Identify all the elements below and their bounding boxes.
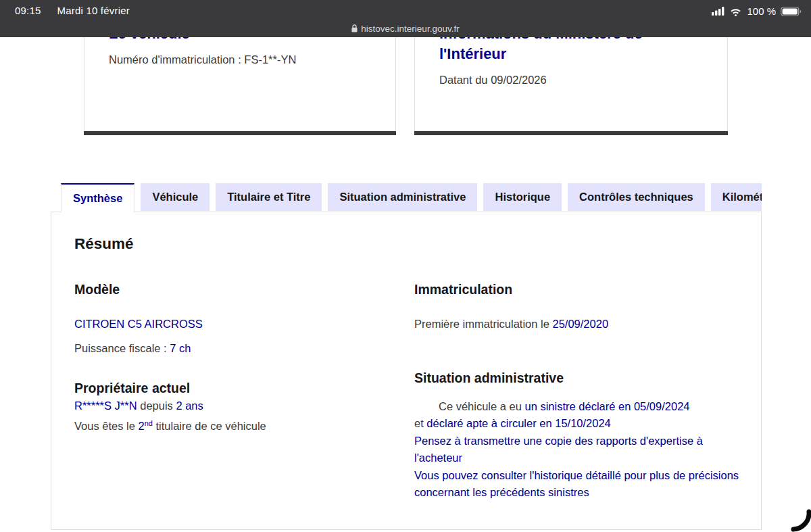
- holder-rank-suffix: nd: [145, 419, 153, 427]
- situation-advice-history: Vous pouvez consulter l'historique détai…: [414, 469, 739, 498]
- situation-fit-to-drive: déclaré apte à circuler en 15/10/2024: [426, 417, 610, 429]
- tab-synthese[interactable]: Synthèse: [61, 183, 134, 212]
- owner-since-value: 2 ans: [176, 400, 203, 412]
- tab-label: Historique: [495, 191, 550, 203]
- owner-heading: Propriétaire actuel: [74, 379, 385, 397]
- fiscal-power: Puissance fiscale : 7 ch: [74, 339, 385, 357]
- first-registration-label: Première immatriculation le: [414, 318, 552, 330]
- cellular-signal-icon: [712, 7, 724, 16]
- registration-heading: Immatriculation: [414, 281, 743, 298]
- tab-label: Kilométrage: [722, 191, 762, 203]
- fiscal-power-label: Puissance fiscale :: [74, 342, 170, 354]
- tab-situation-administrative[interactable]: Situation administrative: [328, 183, 477, 211]
- corner-arc-annotation: [776, 493, 811, 532]
- first-registration-line: Première immatriculation le 25/09/2020: [414, 315, 743, 333]
- battery-icon: [781, 7, 802, 16]
- tab-historique[interactable]: Historique: [483, 183, 562, 211]
- holder-rank: 2: [138, 420, 144, 432]
- tab-kilometrage[interactable]: Kilométrage: [711, 183, 762, 211]
- status-right: 100 %: [712, 5, 802, 17]
- model-heading: Modèle: [74, 281, 385, 298]
- model-name: CITROEN C5 AIRCROSS: [74, 315, 385, 333]
- tab-titulaire-et-titre[interactable]: Titulaire et Titre: [216, 183, 322, 211]
- situation-paragraph: Ce véhicule a eu un sinistre déclaré en …: [414, 398, 743, 501]
- clock: 09:15: [15, 5, 41, 16]
- tab-label: Synthèse: [73, 192, 122, 205]
- tab-controles-techniques[interactable]: Contrôles techniques: [568, 183, 705, 211]
- tab-label: Véhicule: [152, 191, 198, 203]
- situation-line1-prefix: Ce véhicule a eu: [439, 400, 525, 412]
- status-left: 09:15Mardi 10 février: [15, 5, 130, 16]
- fiscal-power-value: 7 ch: [170, 342, 191, 354]
- situation-claim: un sinistre déclaré en 05/09/2024: [525, 400, 690, 412]
- holder-suffix: titulaire de ce véhicule: [153, 420, 266, 432]
- lock-icon: [351, 24, 358, 32]
- tab-bar: Synthèse Véhicule Titulaire et Titre Sit…: [61, 183, 762, 212]
- tab-label: Contrôles techniques: [579, 191, 693, 203]
- left-column: Modèle CITROEN C5 AIRCROSS Puissance fis…: [74, 281, 385, 435]
- wifi-icon: [729, 7, 742, 16]
- tab-vehicule[interactable]: Véhicule: [141, 183, 210, 211]
- owner-name: R*****S J**N: [74, 400, 137, 412]
- holder-line: Vous êtes le 2nd titulaire de ce véhicul…: [74, 414, 385, 435]
- holder-prefix: Vous êtes le: [74, 420, 138, 432]
- ministry-card-date: Datant du 09/02/2026: [439, 72, 703, 87]
- right-column: Immatriculation Première immatriculation…: [414, 281, 743, 501]
- situation-advice-reports: Pensez à transmettre une copie des rappo…: [414, 435, 703, 464]
- status-date: Mardi 10 février: [57, 5, 130, 16]
- card-bottom-bar: [414, 131, 728, 135]
- histovec-page: Le véhicule Numéro d'immatriculation : F…: [0, 0, 811, 532]
- vehicle-registration-number: Numéro d'immatriculation : FS-1**-YN: [109, 52, 371, 67]
- first-registration-date: 25/09/2020: [552, 318, 608, 330]
- status-bar: 09:15Mardi 10 février 100 %: [0, 0, 811, 37]
- battery-percentage: 100 %: [747, 5, 776, 17]
- resume-heading: Résumé: [74, 235, 134, 253]
- tab-label: Titulaire et Titre: [227, 191, 310, 203]
- address-bar[interactable]: histovec.interieur.gouv.fr: [0, 21, 811, 36]
- owner-since-label: depuis: [137, 400, 176, 412]
- tab-label: Situation administrative: [339, 191, 466, 203]
- url-text: histovec.interieur.gouv.fr: [361, 24, 459, 34]
- situation-heading: Situation administrative: [414, 369, 743, 387]
- situation-line2-prefix: et: [414, 417, 426, 429]
- card-bottom-bar: [84, 131, 396, 135]
- owner-line: R*****S J**N depuis 2 ans: [74, 397, 385, 414]
